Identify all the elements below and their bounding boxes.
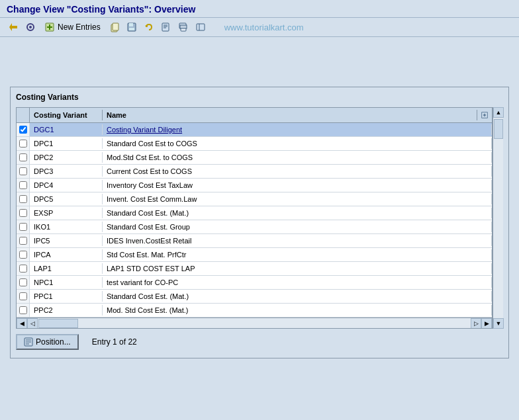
row-checkbox[interactable]: [19, 292, 27, 300]
save-icon[interactable]: [125, 21, 138, 34]
row-select-cell[interactable]: [17, 262, 30, 275]
row-name-cell: IDES Inven.CostEst Retail: [103, 235, 492, 246]
table-row[interactable]: DPC1Standard Cost Est to COGS: [17, 137, 492, 151]
svg-rect-7: [113, 23, 118, 30]
row-select-cell[interactable]: [17, 179, 30, 192]
row-variant-cell: IPCA: [30, 249, 103, 260]
vscroll-bar[interactable]: ▲ ▼: [493, 107, 503, 329]
row-name-cell: Standard Cost Est. Group: [103, 222, 492, 232]
position-button[interactable]: Position...: [16, 334, 79, 350]
position-bar: Position... Entry 1 of 22: [16, 329, 503, 353]
watermark-text: www.tutorialkart.com: [224, 22, 304, 32]
entry-count: Entry 1 of 22: [92, 337, 137, 347]
row-select-cell[interactable]: [17, 290, 30, 303]
row-name-cell: Invent. Cost Est Comm.Law: [103, 194, 492, 204]
table-row[interactable]: IPC5IDES Inven.CostEst Retail: [17, 234, 492, 248]
display-icon[interactable]: [24, 21, 37, 34]
table-row[interactable]: DPC3Current Cost Est to COGS: [17, 165, 492, 179]
row-variant-cell: DPC1: [30, 138, 103, 149]
header-select-col: [17, 108, 30, 122]
hscroll-left-arrow[interactable]: ◀: [17, 318, 27, 329]
row-select-cell[interactable]: [17, 151, 30, 164]
row-checkbox[interactable]: [19, 153, 27, 161]
table-row[interactable]: EXSPStandard Cost Est. (Mat.): [17, 206, 492, 220]
table-wrapper: Costing Variant Name DGC1Costing Vari: [16, 107, 503, 329]
row-select-cell[interactable]: [17, 234, 30, 247]
row-select-cell[interactable]: [17, 123, 30, 136]
row-checkbox[interactable]: [19, 265, 27, 273]
row-name-cell: Inventory Cost Est TaxLaw: [103, 180, 492, 190]
header-name: Name: [103, 110, 477, 120]
row-select-cell[interactable]: [17, 276, 30, 289]
row-variant-cell: DPC4: [30, 180, 103, 190]
row-name-cell: Current Cost Est to COGS: [103, 166, 492, 177]
row-checkbox[interactable]: [19, 126, 27, 134]
table-row[interactable]: DPC2Mod.Std Cst Est. to COGS: [17, 151, 492, 165]
row-checkbox[interactable]: [19, 237, 27, 245]
header-icon-col[interactable]: [477, 109, 492, 121]
row-checkbox[interactable]: [19, 209, 27, 217]
another-icon[interactable]: [194, 21, 207, 34]
row-select-cell[interactable]: [17, 206, 30, 220]
row-checkbox[interactable]: [19, 181, 27, 189]
row-name-cell: Costing Variant Diligent: [103, 124, 492, 135]
toolbar: New Entries: [0, 18, 519, 37]
table-row[interactable]: DGC1Costing Variant Diligent: [17, 123, 492, 137]
row-name-cell: Standard Cost Est. (Mat.): [103, 291, 492, 302]
hscroll-right-arrow2[interactable]: ▶: [481, 318, 492, 329]
copy-icon[interactable]: [108, 21, 121, 34]
row-checkbox[interactable]: [19, 278, 27, 286]
row-name-cell: Standard Cost Est. (Mat.): [103, 208, 492, 218]
table-row[interactable]: PPC1Standard Cost Est. (Mat.): [17, 290, 492, 304]
row-select-cell[interactable]: [17, 137, 30, 150]
row-checkbox[interactable]: [19, 195, 27, 203]
hscroll-track[interactable]: [38, 318, 471, 329]
undo-icon[interactable]: [142, 21, 156, 34]
row-variant-cell: IPC5: [30, 235, 103, 246]
hscroll-right-arrow[interactable]: ▷: [471, 318, 481, 329]
new-entries-label: New Entries: [58, 22, 101, 32]
vscroll-track[interactable]: [493, 118, 503, 318]
header-variant: Costing Variant: [30, 110, 103, 120]
row-select-cell[interactable]: [17, 165, 30, 178]
row-select-cell[interactable]: [17, 248, 30, 261]
row-checkbox[interactable]: [19, 140, 27, 147]
table-row[interactable]: IKO1Standard Cost Est. Group: [17, 220, 492, 234]
row-checkbox[interactable]: [19, 167, 27, 175]
new-entries-button[interactable]: New Entries: [41, 21, 104, 34]
main-content: Costing Variants Costing Variant Name: [0, 37, 519, 404]
table-main: Costing Variant Name DGC1Costing Vari: [16, 107, 493, 329]
table-hscroll[interactable]: ◀ ◁ ▷ ▶: [17, 317, 492, 328]
table-header: Costing Variant Name: [17, 108, 492, 123]
row-name-cell: Standard Cost Est to COGS: [103, 138, 492, 149]
table-row[interactable]: DPC4Inventory Cost Est TaxLaw: [17, 179, 492, 192]
row-select-cell[interactable]: [17, 192, 30, 206]
position-button-label: Position...: [36, 337, 71, 347]
costing-variants-panel: Costing Variants Costing Variant Name: [10, 87, 509, 358]
vscroll-up-arrow[interactable]: ▲: [493, 107, 504, 118]
table-row[interactable]: NPC1test variant for CO-PC: [17, 276, 492, 290]
table-row[interactable]: DPC5Invent. Cost Est Comm.Law: [17, 192, 492, 206]
vscroll-thumb[interactable]: [494, 119, 503, 139]
row-name-cell: Mod. Std Cost Est. (Mat.): [103, 305, 492, 315]
back-icon[interactable]: [7, 21, 20, 34]
table-body: DGC1Costing Variant DiligentDPC1Standard…: [17, 123, 492, 317]
row-checkbox[interactable]: [19, 223, 27, 231]
hscroll-left-arrow2[interactable]: ◁: [27, 318, 38, 329]
row-variant-cell: IKO1: [30, 222, 103, 232]
print-icon[interactable]: [177, 21, 190, 34]
find-icon[interactable]: [160, 21, 173, 34]
row-select-cell[interactable]: [17, 220, 30, 233]
row-name-cell: Mod.Std Cst Est. to COGS: [103, 152, 492, 163]
row-select-cell[interactable]: [17, 304, 30, 317]
svg-rect-12: [162, 23, 169, 31]
row-checkbox[interactable]: [19, 251, 27, 259]
table-row[interactable]: LAP1LAP1 STD COST EST LAP: [17, 262, 492, 276]
row-variant-cell: DPC2: [30, 152, 103, 163]
table-row[interactable]: IPCAStd Cost Est. Mat. PrfCtr: [17, 248, 492, 262]
row-checkbox[interactable]: [19, 306, 27, 314]
title-bar: Change View "Costing Variants": Overview: [0, 0, 519, 18]
table-row[interactable]: PPC2Mod. Std Cost Est. (Mat.): [17, 304, 492, 317]
svg-point-2: [29, 26, 32, 28]
vscroll-down-arrow[interactable]: ▼: [493, 318, 504, 329]
